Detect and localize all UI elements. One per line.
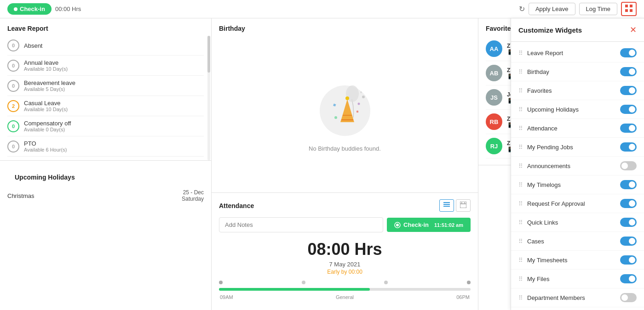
attendance-notes-input[interactable] [219,217,383,232]
timeline-dot-mid2 [384,281,388,284]
svg-rect-22 [465,202,466,203]
svg-point-11 [345,96,349,100]
leave-list: 0 Absent 0 Annual leave Available 10 Day… [0,36,211,160]
widget-toggle-10[interactable] [620,237,637,246]
timeline-dot-start [219,281,223,284]
customize-title: Customize Widgets [518,26,582,34]
widget-label: Department Members [527,294,585,301]
timeline-bar-bg [219,288,471,291]
attendance-title: Attendance [219,202,254,209]
svg-rect-18 [443,206,450,207]
attendance-date: 7 May 2021 [219,261,471,268]
drag-handle-icon: ⠿ [518,125,523,132]
leave-name: Absent [24,42,42,49]
favorite-avatar: RJ [486,138,502,154]
toggle-slider-0 [620,48,637,57]
attendance-tab-list[interactable] [439,199,454,212]
widget-row-left: ⠿ Department Members [518,294,585,301]
widget-row: ⠿ My Pending Jobs [511,138,644,157]
widget-row: ⠿ Upcoming Holidays [511,100,644,119]
attendance-tab-calendar[interactable] [456,199,471,212]
leave-item: 0 Absent [7,36,204,56]
toggle-slider-9 [620,218,637,227]
widget-toggle-4[interactable] [620,124,637,133]
svg-rect-17 [443,204,450,205]
widget-label: Attendance [527,125,558,132]
topbar-hours: 00:00 Hrs [55,6,81,12]
widget-label: Cases [527,238,544,245]
leave-badge: 0 [7,141,19,152]
widget-row: ⠿ Attendance [511,119,644,138]
widget-row-left: ⠿ Announcements [518,163,570,169]
widget-label: Request For Approval [527,200,585,207]
grid-icon-button[interactable] [621,2,637,16]
widget-toggle-0[interactable] [620,48,637,57]
leave-badge: 0 [7,80,19,92]
widget-toggle-1[interactable] [620,67,637,76]
svg-rect-21 [461,202,462,203]
toggle-slider-10 [620,237,637,246]
widget-label: My Timelogs [527,181,561,188]
checkin-dot [14,7,17,11]
svg-rect-1 [630,5,632,7]
upcoming-holidays-title: Upcoming Holidays [7,167,204,185]
holiday-row: Christmas 25 - Dec Saturday [7,185,204,207]
timeline-label-end: 06PM [456,294,470,300]
customize-close-button[interactable]: ✕ [630,25,637,35]
leave-name: Compensatory off [24,120,71,127]
checkin-action-button[interactable]: Check-in 11:51:02 am [387,218,471,232]
widget-toggle-9[interactable] [620,218,637,227]
svg-rect-20 [460,203,466,204]
widget-toggle-2[interactable] [620,86,637,95]
leave-badge: 0 [7,39,19,51]
attendance-hours: 08:00 Hrs [219,240,471,259]
checkin-label: Check-in [20,6,45,12]
leave-badge: 2 [7,100,19,112]
leave-info: Compensatory off Available 0 Day(s) [24,120,71,132]
refresh-button[interactable]: ↻ [519,5,525,13]
leave-name: Annual leave [24,59,68,66]
mid-column: Birthday [212,18,478,310]
leave-item: 2 Casual Leave Available 10 Day(s) [7,96,204,116]
widget-toggle-8[interactable] [620,199,637,208]
svg-point-15 [357,103,360,105]
svg-rect-19 [460,202,466,208]
widget-row-left: ⠿ Leave Report [518,50,563,56]
widget-row: ⠿ Department Members [511,288,644,307]
toggle-slider-12 [620,274,637,283]
widget-toggle-5[interactable] [620,142,637,152]
holiday-date-line1: 25 - Dec [182,189,204,196]
widget-label: Quick Links [527,219,558,226]
holiday-name: Christmas [7,192,34,199]
widget-toggle-6[interactable] [620,161,637,170]
drag-handle-icon: ⠿ [518,68,523,75]
checkin-button[interactable]: Check-in [7,3,52,15]
widget-toggle-11[interactable] [620,255,637,265]
svg-point-6 [362,96,365,98]
toggle-slider-3 [620,105,637,114]
widget-toggle-3[interactable] [620,105,637,114]
widget-row: ⠿ My Files [511,270,644,288]
widget-toggle-13[interactable] [620,293,637,302]
widget-toggle-12[interactable] [620,274,637,283]
svg-rect-0 [625,5,628,7]
timeline-dots [219,281,471,284]
apply-leave-button[interactable]: Apply Leave [529,3,575,15]
leave-name: PTO [24,140,67,147]
widget-row: ⠿ Leave Report [511,44,644,62]
toggle-slider-6 [620,161,637,170]
widget-toggle-7[interactable] [620,180,637,189]
timeline-label-start: 09AM [220,294,233,300]
attendance-input-row: Check-in 11:51:02 am [219,217,471,232]
widget-row: ⠿ Favorites [511,81,644,100]
toggle-slider-2 [620,86,637,95]
favorite-avatar: RB [486,113,502,130]
widget-label: Upcoming Holidays [527,106,579,113]
widget-row-left: ⠿ Quick Links [518,219,558,226]
leave-info: Bereavement leave Available 5 Day(s) [24,79,75,92]
widget-row: ⠿ Announcements [511,157,644,175]
widget-label: My Timesheets [527,257,567,264]
attendance-tabs [439,199,471,212]
log-time-button[interactable]: Log Time [579,3,617,15]
leave-info: Absent [24,42,42,49]
